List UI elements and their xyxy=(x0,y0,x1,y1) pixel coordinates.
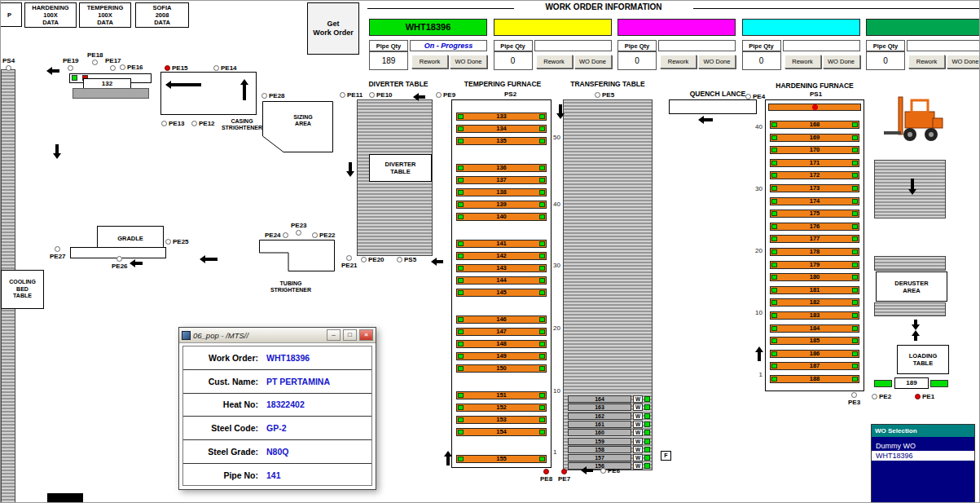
tempering-pipe: 145 xyxy=(456,289,547,297)
pipe-indicator-right xyxy=(852,364,858,368)
pipe-indicator-right xyxy=(539,126,545,131)
pipe-w-flag: W xyxy=(633,446,643,453)
popup-titlebar[interactable]: 06_pop - /MTS// – □ × xyxy=(179,328,376,343)
transfer-pipe: 164 xyxy=(568,395,631,403)
tempering-pipe: 144 xyxy=(456,276,547,285)
pipe-indicator-left xyxy=(771,351,777,356)
sensor-label: PE9 xyxy=(443,91,455,99)
wo-done-button[interactable]: WO Done xyxy=(574,55,612,68)
sensor-label: PE17 xyxy=(105,57,121,64)
wo-done-button[interactable]: WO Done xyxy=(450,55,487,68)
pipe-indicator-right xyxy=(852,236,858,241)
wo-slot-color-box[interactable] xyxy=(742,19,860,36)
conveyor-132-base xyxy=(73,88,149,99)
pipe-indicator-right xyxy=(852,135,858,140)
wo-selection-item[interactable]: Dummy WO xyxy=(872,441,974,451)
conveyor-hatch xyxy=(874,256,946,271)
pipe-indicator-right xyxy=(852,224,858,229)
sensor-label: PE10 xyxy=(376,91,393,99)
pipe-indicator-right xyxy=(644,421,650,427)
sensor-pe1: PE1 xyxy=(915,393,934,400)
sensor-label: PS1 xyxy=(810,90,822,98)
pipe-indicator-right xyxy=(539,178,545,183)
sensor-dot xyxy=(191,121,197,126)
pipe-indicator-left xyxy=(458,126,464,131)
hardening-data-button[interactable]: HARDENING 100X DATA xyxy=(24,2,77,28)
arrow-shaft xyxy=(911,179,914,189)
pipe-indicator-right xyxy=(539,290,545,295)
hardening-scale-label: 1 xyxy=(752,371,762,378)
sensor-dot xyxy=(312,232,318,238)
rework-button[interactable]: Rework xyxy=(908,55,945,68)
tempering-data-button[interactable]: TEMPERING 100X DATA xyxy=(79,2,131,28)
pipe-indicator-right xyxy=(539,266,545,271)
wo-slot-color-box[interactable] xyxy=(494,19,612,36)
sensor-pe7: PE7 xyxy=(558,469,570,483)
hardening-scale-label: 10 xyxy=(752,309,762,316)
pipe-indicator-right xyxy=(644,430,650,435)
wo-selection-item[interactable]: WHT18396 xyxy=(872,451,974,461)
arrow-shaft xyxy=(914,336,917,341)
wo-done-button[interactable]: WO Done xyxy=(698,55,736,68)
arrow-head xyxy=(53,153,61,159)
sensor-label: PE8 xyxy=(540,475,552,483)
pipe-indicator-left xyxy=(771,148,777,152)
arrow-shaft xyxy=(559,104,562,113)
popup-field-label: Steel Grade: xyxy=(183,447,258,457)
pipe-indicator-right xyxy=(539,165,545,170)
ps1-alarm-dot xyxy=(812,104,818,110)
pipe-indicator-right xyxy=(644,396,650,402)
hardening-pipe: 168 xyxy=(770,121,859,129)
conveyor-indicator-green xyxy=(72,75,77,81)
maximize-button[interactable]: □ xyxy=(343,329,357,341)
close-button[interactable]: × xyxy=(359,329,373,341)
sensor-label: PE1 xyxy=(922,393,934,400)
pipe-indicator-right xyxy=(539,417,545,422)
wo-done-button[interactable]: WO Done xyxy=(947,55,980,68)
pipe-indicator-left xyxy=(458,457,464,461)
sensor-label: PE21 xyxy=(341,262,358,269)
hardening-pipe: 182 xyxy=(770,298,859,307)
popup-field-label: Work Order: xyxy=(183,353,258,363)
rework-button[interactable]: Rework xyxy=(536,55,573,68)
tempering-pipe: 154 xyxy=(456,428,547,436)
sensor-label: PE5 xyxy=(602,91,614,99)
pipe-indicator-right xyxy=(852,186,858,191)
pipe-indicator-left xyxy=(458,405,464,410)
pipe-indicator-left xyxy=(458,366,464,371)
wo-slot-color-box[interactable] xyxy=(866,19,980,36)
pipe-indicator-left xyxy=(458,190,464,195)
bottom-black-box xyxy=(47,493,83,503)
arrow-shaft xyxy=(437,260,443,263)
diverter-table-title: DIVERTER TABLE xyxy=(359,80,437,88)
rework-button[interactable]: Rework xyxy=(660,55,697,68)
sensor-dot xyxy=(340,92,345,98)
pipe-indicator-left xyxy=(771,377,777,382)
sofia-data-button[interactable]: SOFIA 2008 DATA xyxy=(135,2,189,28)
sensor-pe21: PE21 xyxy=(341,255,358,269)
tempering-pipe: 140 xyxy=(456,213,547,221)
minimize-button[interactable]: – xyxy=(327,329,341,341)
sensor-dot xyxy=(397,257,402,263)
pipe-indicator-right xyxy=(644,439,650,444)
pipe-indicator-left xyxy=(771,338,777,343)
arrow-head xyxy=(698,116,704,124)
arrow-head xyxy=(200,255,205,263)
popup-field-value: 18322402 xyxy=(266,399,305,409)
wo-selection-header[interactable]: WO Selection xyxy=(872,425,974,437)
popup-title: 06_pop - /MTS// xyxy=(193,331,324,340)
pipe-indicator-left xyxy=(458,290,464,295)
rework-button[interactable]: Rework xyxy=(411,55,448,68)
wo-slot-color-box[interactable]: WHT18396 xyxy=(369,19,487,36)
pipe-indicator-right xyxy=(539,405,545,410)
rework-button[interactable]: Rework xyxy=(784,55,821,68)
wo-slot-color-box[interactable] xyxy=(617,19,736,36)
pipe-indicator-left xyxy=(771,199,777,204)
pipe-indicator-left xyxy=(458,254,464,258)
pipe-indicator-left xyxy=(458,114,464,119)
wo-done-button[interactable]: WO Done xyxy=(823,55,860,68)
pipe-qty-label: Pipe Qty xyxy=(369,40,408,51)
sensor-label: PS2 xyxy=(504,90,516,98)
get-work-order-button[interactable]: Get Work Order xyxy=(307,2,359,55)
pipe-indicator-right xyxy=(852,199,858,204)
